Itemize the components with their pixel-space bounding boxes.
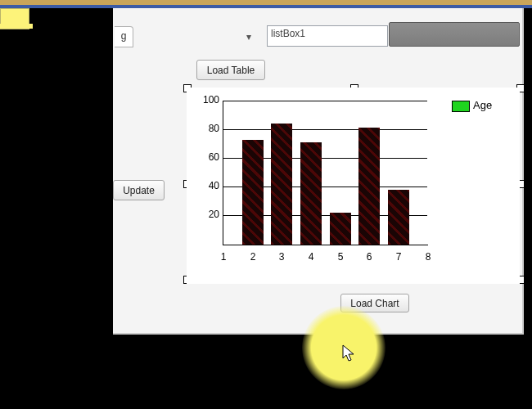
x-tick-label: 7 [390, 251, 407, 263]
listbox-control[interactable]: listBox1 [267, 25, 388, 47]
x-tick-label: 4 [303, 251, 319, 263]
chart-bar [388, 190, 409, 245]
y-tick-label: 60 [200, 151, 219, 163]
combobox-dropdown-icon[interactable]: ▾ [246, 31, 258, 39]
y-tick-label: 40 [200, 180, 219, 191]
chart-bar [300, 142, 322, 245]
x-tick-label: 5 [332, 251, 349, 263]
y-tick-label: 20 [200, 209, 219, 220]
tab-control-fragment[interactable]: g [115, 26, 133, 47]
chart-control[interactable]: 100 80 60 40 20 1 2 3 4 5 6 7 8 Age [187, 88, 520, 284]
cursor-highlight [302, 306, 385, 389]
load-table-button[interactable]: Load Table [196, 60, 265, 80]
chart-plot-area [223, 101, 428, 245]
disabled-button-stub[interactable] [389, 22, 520, 47]
x-tick-label: 3 [273, 251, 290, 263]
legend-label: Age [473, 99, 492, 111]
chart-bar [242, 140, 264, 245]
form-designer-surface: g ▾ listBox1 Load Table Update 100 80 60… [113, 8, 524, 335]
chart-bar [358, 128, 380, 245]
tooltip-fragment-2 [0, 24, 33, 29]
x-tick-label: 1 [215, 251, 232, 263]
update-button[interactable]: Update [113, 180, 165, 200]
y-tick-label: 80 [200, 123, 219, 134]
y-tick-label: 100 [200, 94, 219, 106]
x-tick-label: 6 [361, 251, 377, 263]
chart-bar [271, 124, 292, 245]
legend-swatch [452, 101, 470, 112]
chart-bar [330, 213, 351, 245]
x-tick-label: 2 [245, 251, 261, 263]
x-tick-label: 8 [420, 251, 436, 263]
